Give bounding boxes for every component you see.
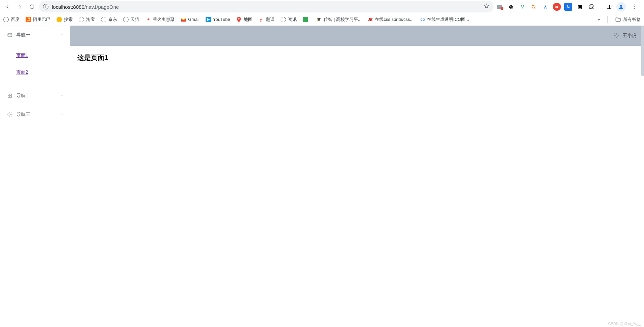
svg-point-5 [634, 8, 635, 9]
sidebar-item-page2[interactable]: 页面2 [0, 64, 70, 81]
page-heading: 这是页面1 [77, 53, 637, 62]
bookmark-label: YouTube [213, 17, 230, 22]
extension-icon[interactable]: C: [530, 3, 538, 11]
sidebar-item-link[interactable]: 页面2 [16, 69, 28, 75]
bookmark-label: 百度 [11, 17, 20, 23]
favicon: iCO [420, 17, 425, 22]
favicon [303, 17, 308, 22]
youtube-icon: ▶ [206, 17, 211, 22]
globe-icon [123, 17, 129, 22]
back-button[interactable] [3, 2, 13, 12]
bookmark-label: 搜索 [64, 17, 73, 23]
site-info-icon[interactable]: i [43, 4, 48, 9]
sidebar-group-nav2[interactable]: 导航二 [0, 86, 70, 105]
sidebar: 导航一 页面1 页面2 导航二 导航三 [0, 26, 70, 327]
globe-icon [3, 17, 9, 22]
bookmark-label: 在线css sprite/css... [375, 17, 414, 23]
extension-icon[interactable]: ∧ [541, 3, 549, 11]
bookmarks-overflow-button[interactable]: » [598, 17, 600, 22]
bookmark-item[interactable]: Gmail [181, 17, 200, 22]
bookmark-item[interactable]: ▶YouTube [206, 17, 230, 22]
bookmark-label: Gmail [188, 17, 200, 22]
arrow-right-icon [17, 4, 23, 10]
bookmark-item[interactable] [303, 17, 310, 22]
extension-icon[interactable]: ◎ [507, 3, 515, 11]
sidebar-group-nav1[interactable]: 导航一 [0, 26, 70, 44]
extension-icon[interactable]: ▣ [576, 3, 584, 11]
grid-icon [7, 93, 13, 99]
bookmarks-bar: 百度 巴阿里巴巴 搜索 淘宝 京东 天猫 ✦萤火虫惠聚 Gmail ▶YouTu… [0, 13, 644, 26]
bookmark-star-button[interactable] [484, 3, 490, 10]
app-root: 导航一 页面1 页面2 导航二 导航三 [0, 26, 644, 327]
bookmark-item[interactable]: y翻译 [258, 17, 275, 23]
sidebar-group-label: 导航一 [16, 32, 30, 38]
bookmark-item[interactable]: 地图 [236, 17, 252, 23]
globe-icon [281, 17, 286, 22]
extension-vue-icon[interactable]: V [518, 3, 527, 11]
bookmark-label: 阿里巴巴 [33, 17, 50, 23]
globe-icon [79, 17, 84, 22]
all-bookmarks-label: 所有书签 [623, 17, 641, 23]
favicon: y [258, 17, 264, 22]
chrome-menu-button[interactable] [629, 2, 639, 12]
kebab-icon [631, 4, 637, 10]
bookmark-item[interactable]: 资讯 [281, 17, 297, 23]
bookmark-item[interactable]: ✦萤火虫惠聚 [145, 17, 175, 23]
bookmark-item[interactable]: 天猫 [123, 17, 139, 23]
chevron-down-icon [60, 112, 64, 117]
sidebar-group-nav3[interactable]: 导航三 [0, 105, 70, 124]
gmail-icon [181, 17, 186, 22]
favicon: JB [367, 17, 373, 22]
side-panel-button[interactable] [605, 3, 613, 11]
url-path: /nav1/pageOne [84, 4, 119, 10]
svg-rect-7 [8, 33, 12, 36]
svg-rect-9 [10, 94, 12, 96]
bookmark-label: 传智 | 高校学习平... [324, 17, 361, 23]
reload-button[interactable] [27, 2, 37, 12]
extension-icon[interactable]: ∞ [553, 3, 561, 11]
bookmark-item[interactable]: 搜索 [57, 17, 73, 23]
topbar-username[interactable]: 王小虎 [622, 33, 637, 39]
settings-button[interactable] [614, 33, 619, 39]
bookmark-item[interactable]: iCO在线生成透明ICO图... [420, 17, 469, 23]
bookmark-item[interactable]: JB在线css sprite/css... [367, 17, 414, 23]
sidebar-group-label: 导航三 [16, 111, 30, 118]
sidebar-item-link[interactable]: 页面1 [16, 53, 28, 59]
svg-rect-11 [10, 96, 12, 98]
folder-icon [615, 17, 621, 23]
favicon: 巴 [26, 17, 31, 22]
extensions-menu-button[interactable] [587, 3, 595, 11]
page-content: 这是页面1 [70, 46, 644, 327]
scrollbar-thumb[interactable] [641, 26, 644, 76]
main-area: 王小虎 这是页面1 [70, 26, 644, 327]
sidebar-item-page1[interactable]: 页面1 [0, 47, 70, 64]
profile-button[interactable] [616, 2, 626, 11]
address-bar[interactable]: i localhost:8080/nav1/pageOne [39, 1, 494, 12]
svg-point-6 [238, 18, 240, 20]
bookmark-label: 淘宝 [86, 17, 95, 23]
gear-icon [614, 33, 619, 38]
sidebar-group-label: 导航二 [16, 93, 30, 99]
forward-button[interactable] [15, 2, 25, 12]
star-icon [484, 3, 490, 9]
url-host: localhost:8080 [52, 4, 84, 10]
puzzle-icon [588, 4, 594, 10]
bookmark-item[interactable]: 巴阿里巴巴 [26, 17, 50, 23]
bookmark-item[interactable]: 🎓传智 | 高校学习平... [316, 17, 361, 23]
reload-icon [29, 4, 35, 10]
extension-icon[interactable] [496, 3, 504, 11]
watermark: CSDN @Xiao_Ya__ [608, 322, 641, 326]
svg-point-2 [620, 5, 622, 7]
extension-translate-icon[interactable]: Ax [564, 3, 572, 11]
chevron-down-icon [60, 93, 64, 98]
url-text: localhost:8080/nav1/pageOne [52, 4, 480, 10]
topbar: 王小虎 [70, 26, 644, 46]
bookmark-item[interactable]: 百度 [3, 17, 20, 23]
svg-rect-10 [8, 96, 10, 98]
bookmark-item[interactable]: 淘宝 [79, 17, 95, 23]
bookmark-item[interactable]: 京东 [101, 17, 117, 23]
favicon: ✦ [145, 17, 151, 22]
favicon [57, 17, 62, 22]
all-bookmarks-button[interactable]: 所有书签 [615, 17, 641, 23]
svg-point-3 [634, 5, 635, 5]
